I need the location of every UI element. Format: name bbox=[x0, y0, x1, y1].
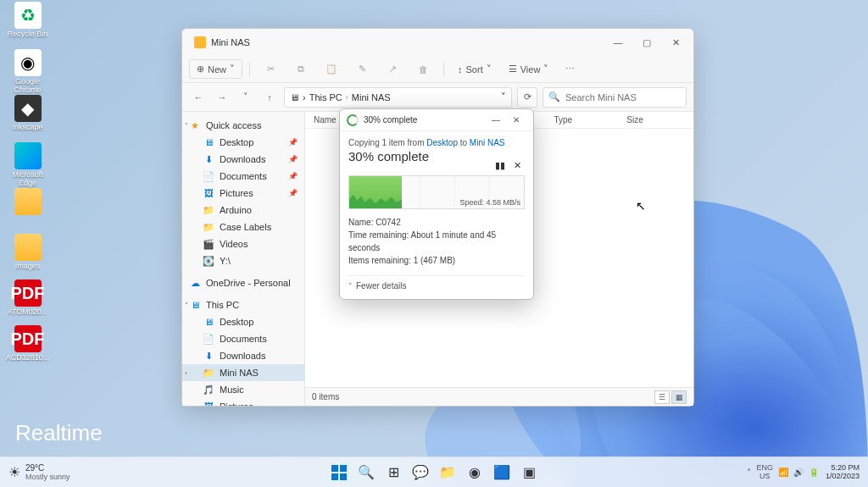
pin-icon: 📌 bbox=[288, 189, 298, 197]
copy-from-link[interactable]: Desktop bbox=[426, 138, 458, 147]
back-button[interactable]: ← bbox=[189, 88, 208, 107]
language-indicator[interactable]: ENGUS bbox=[756, 464, 773, 481]
chrome-taskbar-icon[interactable]: ◉ bbox=[463, 461, 487, 484]
desktop-icon[interactable]: ◆Inkscape bbox=[4, 95, 51, 132]
task-view-button[interactable]: ⊞ bbox=[381, 461, 405, 484]
sidebar-item[interactable]: 🖥Desktop📌 bbox=[182, 134, 304, 151]
app-icon bbox=[14, 142, 42, 169]
sidebar-header[interactable]: ˅🖥This PC bbox=[182, 296, 304, 313]
dialog-close-button[interactable]: ✕ bbox=[506, 115, 526, 125]
weather-widget[interactable]: ☀ 29°C Mostly sunny bbox=[0, 463, 79, 481]
rename-button[interactable]: ✎ bbox=[348, 60, 376, 78]
sidebar-header[interactable]: ˅★Quick access bbox=[182, 117, 304, 134]
pause-button[interactable]: ▮▮ bbox=[495, 160, 505, 171]
sidebar-item[interactable]: 📄Documents bbox=[182, 330, 304, 347]
view-details-button[interactable]: ☰ bbox=[654, 390, 670, 404]
desktop-icon[interactable]: ♻Recycle Bin bbox=[4, 2, 51, 39]
sidebar-item[interactable]: 📁Case Labels bbox=[182, 219, 304, 235]
cut-button[interactable]: ✂ bbox=[257, 60, 284, 78]
desktop-icon[interactable]: Microsoft Edge bbox=[4, 142, 51, 188]
address-bar[interactable]: 🖥› This PC› Mini NAS ˅ bbox=[284, 87, 512, 108]
sidebar-item[interactable]: ⬇Downloads📌 bbox=[182, 151, 304, 168]
pc-icon: 🖥 bbox=[290, 92, 299, 102]
window-tab[interactable]: Mini NAS bbox=[186, 33, 259, 52]
col-size[interactable]: Size bbox=[626, 115, 685, 125]
volume-icon[interactable]: 🔊 bbox=[793, 468, 804, 477]
recent-dropdown[interactable]: ˅ bbox=[236, 88, 255, 107]
sidebar-item[interactable]: 🎵Music bbox=[182, 381, 304, 398]
pin-icon: 📌 bbox=[288, 172, 298, 180]
sidebar-item[interactable]: ⬇Downloads bbox=[182, 347, 304, 364]
icon-label: Inkscape bbox=[12, 124, 42, 132]
battery-icon[interactable]: 🔋 bbox=[809, 468, 819, 477]
desktop-icon[interactable]: PDFATOM020... bbox=[4, 279, 51, 317]
dialog-minimize-button[interactable]: — bbox=[486, 115, 506, 125]
sidebar-item[interactable]: 📄Documents📌 bbox=[182, 168, 304, 185]
svg-rect-3 bbox=[340, 473, 347, 480]
chevron-down-icon: ˅ bbox=[185, 302, 188, 309]
sort-button[interactable]: ↕ Sort ˅ bbox=[451, 60, 498, 78]
breadcrumb-folder[interactable]: Mini NAS bbox=[352, 92, 391, 102]
up-button[interactable]: ↑ bbox=[260, 88, 279, 107]
app-icon: ◆ bbox=[14, 95, 42, 122]
explorer-taskbar-icon[interactable]: 📁 bbox=[436, 461, 459, 484]
sidebar-item[interactable]: 🖼Pictures📌 bbox=[182, 185, 304, 202]
app-icon: ◉ bbox=[14, 49, 42, 76]
app-taskbar-icon[interactable]: 🟦 bbox=[490, 461, 514, 484]
icon-label: Microsoft Edge bbox=[4, 171, 51, 188]
view-icons-button[interactable]: ▦ bbox=[671, 390, 687, 404]
copy-button[interactable]: ⧉ bbox=[287, 60, 314, 78]
col-type[interactable]: Type bbox=[554, 115, 626, 125]
progress-icon bbox=[347, 114, 359, 126]
folder-icon: 🖼 bbox=[203, 187, 214, 199]
delete-button[interactable]: 🗑 bbox=[409, 61, 437, 78]
desktop-icon[interactable]: PDFACD32810... bbox=[4, 325, 51, 362]
cancel-button[interactable]: ✕ bbox=[514, 160, 521, 171]
chevron-up-icon[interactable]: ˄ bbox=[747, 468, 751, 477]
chat-button[interactable]: 💬 bbox=[409, 461, 432, 484]
desktop-icon[interactable] bbox=[4, 188, 51, 217]
search-input[interactable] bbox=[565, 92, 682, 102]
weather-icon: ☀ bbox=[8, 464, 20, 480]
address-row: ← → ˅ ↑ 🖥› This PC› Mini NAS ˅ ⟳ 🔍 bbox=[182, 83, 693, 112]
fewer-details-toggle[interactable]: ˄Fewer details bbox=[348, 275, 525, 292]
view-button[interactable]: ☰ View ˅ bbox=[502, 60, 556, 78]
item-count: 0 items bbox=[312, 392, 339, 401]
refresh-button[interactable]: ⟳ bbox=[517, 87, 537, 108]
folder-icon: ★ bbox=[189, 119, 201, 131]
sidebar-item[interactable]: 🎬Videos bbox=[182, 235, 304, 252]
new-button[interactable]: ⊕ New ˅ bbox=[189, 59, 242, 79]
maximize-button[interactable]: ▢ bbox=[632, 30, 661, 54]
weather-temp: 29°C bbox=[25, 463, 70, 473]
clock[interactable]: 5:20 PM1/02/2023 bbox=[826, 464, 860, 481]
search-box[interactable]: 🔍 bbox=[542, 87, 687, 108]
forward-button[interactable]: → bbox=[213, 88, 231, 107]
chevron-down-icon: ˅ bbox=[185, 122, 188, 130]
sidebar-item[interactable]: 🖥Desktop bbox=[182, 313, 304, 330]
address-dropdown-icon[interactable]: ˅ bbox=[501, 91, 506, 102]
breadcrumb-root[interactable]: This PC› bbox=[309, 92, 348, 102]
close-button[interactable]: ✕ bbox=[661, 30, 690, 54]
folder-icon: 🖥 bbox=[189, 299, 201, 311]
window-title: Mini NAS bbox=[211, 37, 250, 47]
sidebar-item[interactable]: ›📁Mini NAS bbox=[182, 364, 304, 381]
start-button[interactable] bbox=[327, 461, 351, 484]
wifi-icon[interactable]: 📶 bbox=[778, 468, 788, 477]
sidebar-item[interactable]: 🖼Pictures bbox=[182, 398, 304, 406]
sidebar-item[interactable]: 📁Arduino bbox=[182, 202, 304, 219]
minimize-button[interactable]: — bbox=[604, 30, 632, 54]
desktop-icon[interactable]: ◉Google Chrome bbox=[4, 49, 51, 95]
more-button[interactable]: ⋯ bbox=[559, 60, 581, 78]
system-tray[interactable]: ˄ ENGUS 📶 🔊 🔋 bbox=[747, 464, 819, 481]
copy-to-link[interactable]: Mini NAS bbox=[470, 138, 505, 147]
share-button[interactable]: ↗ bbox=[379, 60, 406, 78]
search-button[interactable]: 🔍 bbox=[354, 461, 378, 484]
sidebar-header[interactable]: ☁OneDrive - Personal bbox=[182, 274, 304, 291]
paste-button[interactable]: 📋 bbox=[318, 60, 345, 78]
desktop-icon[interactable]: Images bbox=[4, 234, 51, 271]
terminal-taskbar-icon[interactable]: ▣ bbox=[517, 461, 541, 484]
sidebar-item[interactable]: 💽Y:\ bbox=[182, 252, 304, 269]
titlebar[interactable]: Mini NAS — ▢ ✕ bbox=[182, 29, 693, 56]
progress-graph: Speed: 4.58 MB/s bbox=[348, 175, 525, 209]
dialog-titlebar[interactable]: 30% complete — ✕ bbox=[340, 109, 533, 131]
